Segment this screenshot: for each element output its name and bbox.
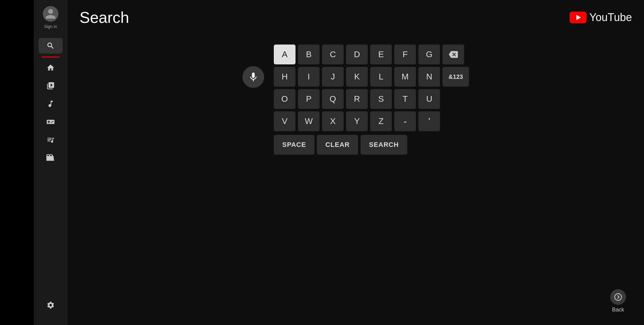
key-T[interactable]: T xyxy=(394,89,416,109)
user-section: Sign in xyxy=(43,6,58,29)
key-D[interactable]: D xyxy=(346,45,368,64)
key-N[interactable]: N xyxy=(418,67,440,87)
back-label: Back xyxy=(612,307,624,313)
keyboard-container: A B C D E F G H I J K L xyxy=(80,45,632,155)
main-content: Search YouTube A B C D E xyxy=(67,0,644,325)
key-Q[interactable]: Q xyxy=(322,89,344,109)
key-I[interactable]: I xyxy=(298,67,320,87)
key-Y[interactable]: Y xyxy=(346,111,368,131)
key-backspace[interactable] xyxy=(442,45,464,64)
search-active-indicator xyxy=(42,57,60,57)
key-X[interactable]: X xyxy=(322,111,344,131)
back-circle xyxy=(610,289,626,305)
mic-icon xyxy=(248,72,259,82)
key-W[interactable]: W xyxy=(298,111,320,131)
search-button[interactable]: SEARCH xyxy=(361,135,407,155)
key-K[interactable]: K xyxy=(346,67,368,87)
key-H[interactable]: H xyxy=(274,67,295,87)
sidebar: Sign in xyxy=(34,0,67,325)
key-G[interactable]: G xyxy=(418,45,440,64)
sidebar-item-subscriptions[interactable] xyxy=(39,78,63,94)
key-dash[interactable]: - xyxy=(394,111,416,131)
header: Search YouTube xyxy=(80,8,632,26)
keyboard: A B C D E F G H I J K L xyxy=(274,45,469,155)
key-V[interactable]: V xyxy=(274,111,295,131)
sidebar-nav xyxy=(34,38,67,297)
key-P[interactable]: P xyxy=(298,89,320,109)
key-S[interactable]: S xyxy=(370,89,392,109)
left-strip xyxy=(0,0,34,325)
clear-button[interactable]: CLEAR xyxy=(317,135,358,155)
sidebar-item-library[interactable] xyxy=(39,150,63,166)
key-R[interactable]: R xyxy=(346,89,368,109)
key-J[interactable]: J xyxy=(322,67,344,87)
sidebar-item-music[interactable] xyxy=(39,96,63,112)
sidebar-bottom xyxy=(39,297,63,319)
key-E[interactable]: E xyxy=(370,45,392,64)
sidebar-item-queue[interactable] xyxy=(39,132,63,148)
key-row-2: H I J K L M N &123 xyxy=(274,67,469,87)
space-button[interactable]: SPACE xyxy=(274,135,314,155)
key-C[interactable]: C xyxy=(322,45,344,64)
avatar[interactable] xyxy=(43,6,58,22)
youtube-icon xyxy=(570,11,586,23)
sidebar-item-settings[interactable] xyxy=(39,297,63,313)
key-Z[interactable]: Z xyxy=(370,111,392,131)
key-A[interactable]: A xyxy=(274,45,295,64)
key-U[interactable]: U xyxy=(418,89,440,109)
key-M[interactable]: M xyxy=(394,67,416,87)
youtube-text: YouTube xyxy=(589,11,632,24)
back-button[interactable]: Back xyxy=(610,289,626,313)
key-row-1: A B C D E F G xyxy=(274,45,469,64)
back-icon xyxy=(614,292,623,302)
key-L[interactable]: L xyxy=(370,67,392,87)
key-B[interactable]: B xyxy=(298,45,320,64)
key-O[interactable]: O xyxy=(274,89,295,109)
page-title: Search xyxy=(80,8,129,26)
key-row-4: V W X Y Z - ' xyxy=(274,111,469,131)
key-row-3: O P Q R S T U xyxy=(274,89,469,109)
sidebar-item-home[interactable] xyxy=(39,60,63,76)
sidebar-item-search[interactable] xyxy=(39,38,63,54)
action-row: SPACE CLEAR SEARCH xyxy=(274,135,469,155)
key-numsym[interactable]: &123 xyxy=(442,67,469,87)
sign-in-label[interactable]: Sign in xyxy=(44,24,57,29)
youtube-logo: YouTube xyxy=(570,11,632,24)
key-F[interactable]: F xyxy=(394,45,416,64)
sidebar-item-gaming[interactable] xyxy=(39,114,63,130)
key-apostrophe[interactable]: ' xyxy=(418,111,440,131)
mic-button[interactable] xyxy=(242,66,264,88)
